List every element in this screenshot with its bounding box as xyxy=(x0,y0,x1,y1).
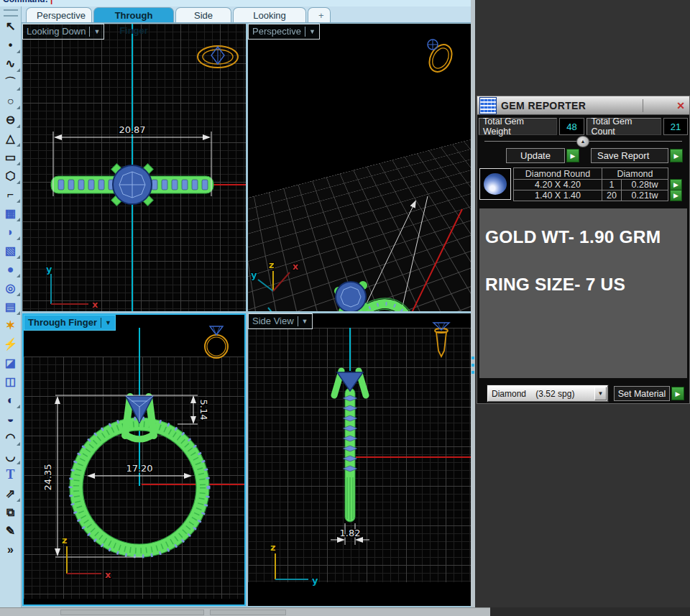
circle-tool-glyph: ○ xyxy=(7,95,14,107)
label-separator xyxy=(305,27,305,37)
gem-row-weight[interactable]: 0.21tw xyxy=(621,190,668,201)
arc-tool-icon[interactable]: ⌒ xyxy=(1,73,20,91)
curve-tool-icon[interactable]: ∿ xyxy=(1,55,20,73)
chevron-down-icon[interactable]: ▼ xyxy=(93,24,100,39)
corner-tool-icon[interactable]: ⌐ xyxy=(1,185,20,203)
rebuild-tool-icon[interactable]: ◡ xyxy=(1,447,20,465)
curved-surface-tool-icon[interactable]: ◗ xyxy=(1,223,20,241)
status-segment xyxy=(210,610,286,615)
axis-x-label: x xyxy=(293,261,299,272)
save-report-play-icon[interactable]: ▶ xyxy=(670,149,683,162)
save-report-button[interactable]: Save Report xyxy=(591,148,668,163)
viewport-looking-down[interactable]: 20.87 y x Looking Down ▼ xyxy=(22,24,246,311)
update-button[interactable]: Update xyxy=(506,148,565,163)
split-tool-icon[interactable]: ◫ xyxy=(1,372,20,390)
rectangle-tool-icon[interactable]: ▭ xyxy=(1,148,20,166)
select-arrow-icon[interactable]: ↖ xyxy=(1,17,20,35)
center-stone-top xyxy=(111,164,154,206)
cone-tool-icon[interactable]: △ xyxy=(1,129,20,147)
lightning-tool-icon[interactable]: ⚡ xyxy=(1,335,20,353)
tab-through-finger[interactable]: Through Finger xyxy=(93,7,174,22)
gem-col-material-header: Diamond xyxy=(602,167,668,180)
set-material-play-icon[interactable]: ▶ xyxy=(671,387,684,400)
chevron-down-icon[interactable]: ▼ xyxy=(105,316,111,330)
material-select[interactable]: Diamond (3.52 spg) ▼ xyxy=(487,385,608,402)
gem-row-play-icon[interactable]: ▶ xyxy=(670,190,682,201)
torus-tool-icon[interactable]: ◎ xyxy=(1,279,20,297)
mesh-tool-icon[interactable]: ▤ xyxy=(1,298,20,316)
sphere-tool-icon[interactable]: ● xyxy=(1,260,20,278)
flyout-indicator xyxy=(17,274,20,277)
gem-row-count[interactable]: 20 xyxy=(602,190,622,201)
perspective-drawing: 20.87 17.20 z y x xyxy=(248,24,474,311)
lightning-tool-glyph: ⚡ xyxy=(4,338,18,350)
label-separator xyxy=(101,318,101,328)
select-arrow-glyph: ↖ xyxy=(5,19,15,33)
gem-row-weight[interactable]: 0.28tw xyxy=(621,179,668,190)
gem-thumbnail-stone xyxy=(484,173,507,195)
viewport-through-finger[interactable]: 5.14 24.35 17.20 z x Through Finger ▼ xyxy=(22,313,246,606)
collapse-button[interactable]: ▲ xyxy=(576,136,589,147)
tab-side-view[interactable]: Side View xyxy=(175,7,231,22)
viewport-label-through-finger[interactable]: Through Finger ▼ xyxy=(24,315,116,331)
explode-tool-glyph: ✶ xyxy=(6,319,15,331)
panel-scroll-strip[interactable] xyxy=(471,0,475,607)
tab-add-icon[interactable]: + xyxy=(308,7,331,22)
viewport-side-view[interactable]: 1.82 z y Side View ▼ xyxy=(248,313,474,606)
circles-tool-icon[interactable]: ◒ xyxy=(1,410,20,428)
command-caret: | xyxy=(50,0,52,4)
boolean-tool-icon[interactable]: ◐ xyxy=(1,391,20,409)
dim-shank-label: 1.82 xyxy=(340,528,361,538)
blend-tool-glyph: ◠ xyxy=(6,431,16,443)
axis-indicator: z y x xyxy=(251,259,299,291)
command-prompt: Command: | xyxy=(3,0,52,4)
chevron-down-icon[interactable]: ▼ xyxy=(594,387,607,400)
close-icon[interactable]: ✕ xyxy=(676,100,685,111)
gold-ring-preview-icon xyxy=(198,46,238,68)
box-tool-icon[interactable]: ▧ xyxy=(1,242,20,259)
gem-row-count[interactable]: 1 xyxy=(602,179,622,190)
axis-y-label: y xyxy=(251,270,257,280)
tab-perspective[interactable]: Perspective xyxy=(26,7,92,22)
axis-indicator: y x xyxy=(46,264,98,310)
toolbar-grip[interactable] xyxy=(4,9,18,17)
ring-size-note: RING SIZE- 7 US xyxy=(485,275,687,295)
viewport-label-perspective[interactable]: Perspective ▼ xyxy=(248,24,320,40)
annotate-tool-icon[interactable]: ✎ xyxy=(1,522,20,540)
viewport-label-side-view[interactable]: Side View ▼ xyxy=(248,313,313,329)
text-tool-icon[interactable]: T xyxy=(1,466,20,484)
tab-looking-down[interactable]: Looking Down xyxy=(233,7,306,22)
set-material-button[interactable]: Set Material xyxy=(614,386,670,401)
total-gem-count-label: Total Gem Count xyxy=(586,118,661,135)
viewport-label-looking-down[interactable]: Looking Down ▼ xyxy=(22,24,104,40)
total-gem-weight-label: Total Gem Weight xyxy=(479,118,557,135)
flyout-indicator xyxy=(17,311,20,315)
gem-row-play-icon[interactable]: ▶ xyxy=(670,179,682,190)
update-play-icon[interactable]: ▶ xyxy=(566,149,579,162)
viewport-area: 20.87 y x Looking Down ▼ xyxy=(22,23,474,607)
gem-reporter-titlebar[interactable]: GEM REPORTER ✕ xyxy=(477,96,689,115)
chevron-down-icon[interactable]: ▼ xyxy=(302,314,308,328)
cplane-x-axis-line xyxy=(356,209,462,311)
point-tool-icon[interactable]: • xyxy=(1,36,20,54)
curved-surface-tool-glyph: ◗ xyxy=(7,226,14,238)
more-tools-icon[interactable]: » xyxy=(1,541,20,558)
flyout-indicator xyxy=(17,106,20,109)
gem-row-size[interactable]: 4.20 X 4.20 xyxy=(513,179,602,190)
annotate-tool-glyph: ✎ xyxy=(6,525,15,537)
blend-tool-icon[interactable]: ◠ xyxy=(1,428,20,446)
polygon-tool-icon[interactable]: ⬡ xyxy=(1,167,20,185)
gem-row-size[interactable]: 1.40 X 1.40 xyxy=(513,190,602,201)
copy-tool-icon[interactable]: ⧉ xyxy=(1,503,20,521)
explode-tool-icon[interactable]: ✶ xyxy=(1,316,20,334)
move-tool-icon[interactable]: ⇗ xyxy=(1,484,20,502)
axis-x-label: x xyxy=(105,569,111,580)
gem-reporter-title: GEM REPORTER xyxy=(501,100,643,111)
trim-tool-icon[interactable]: ◪ xyxy=(1,354,20,372)
surface-tool-icon[interactable]: ▦ xyxy=(1,204,20,222)
circle-tool-icon[interactable]: ○ xyxy=(1,92,20,110)
axis-z-label: z xyxy=(62,535,68,546)
chevron-down-icon[interactable]: ▼ xyxy=(309,24,316,39)
viewport-perspective[interactable]: 20.87 17.20 z y x Perspective ▼ xyxy=(248,24,474,311)
ellipse-tool-icon[interactable]: ⊖ xyxy=(1,111,20,129)
